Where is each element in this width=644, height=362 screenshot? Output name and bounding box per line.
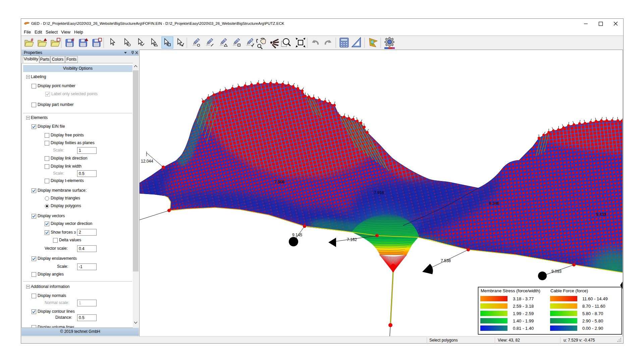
svg-text:11.60 - 14.49: 11.60 - 14.49: [582, 296, 608, 301]
svg-text:Membrane Stress (force/width): Membrane Stress (force/width): [481, 288, 540, 293]
svg-text:7.916: 7.916: [374, 190, 384, 195]
svg-text:7.508: 7.508: [274, 180, 284, 184]
svg-text:1.40 - 1.99: 1.40 - 1.99: [513, 318, 534, 323]
svg-text:2.59 - 3.18: 2.59 - 3.18: [513, 304, 534, 309]
svg-text:9.093: 9.093: [551, 269, 561, 274]
svg-text:#: #: [72, 37, 74, 42]
svg-text:9.439: 9.439: [596, 212, 606, 217]
svg-text:1.99 - 2.59: 1.99 - 2.59: [513, 311, 534, 316]
svg-text:7.538: 7.538: [441, 258, 451, 263]
svg-text:12.044: 12.044: [141, 159, 153, 164]
svg-text:9.346: 9.346: [489, 201, 499, 206]
svg-text:0.00 - 2.90: 0.00 - 2.90: [582, 326, 603, 331]
svg-text:9.145: 9.145: [292, 233, 302, 237]
svg-text:5.80 - 8.70: 5.80 - 8.70: [582, 311, 603, 316]
svg-text:#: #: [31, 37, 34, 42]
svg-text:8.70 - 11.60: 8.70 - 11.60: [582, 304, 605, 309]
svg-text:7.162: 7.162: [347, 237, 357, 242]
svg-text:Cable Force (force): Cable Force (force): [550, 288, 588, 293]
svg-text:2.90 - 5.80: 2.90 - 5.80: [582, 318, 603, 323]
svg-text:0.81 - 1.40: 0.81 - 1.40: [513, 326, 534, 331]
svg-text:3.18 - 3.77: 3.18 - 3.77: [513, 296, 534, 301]
